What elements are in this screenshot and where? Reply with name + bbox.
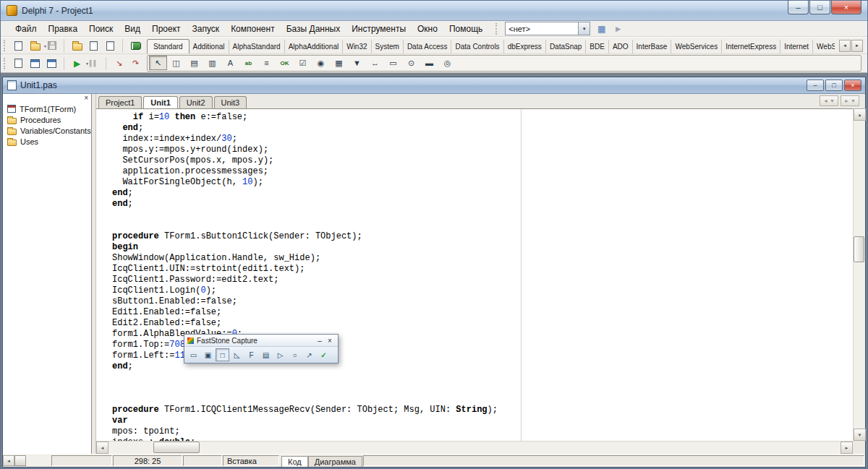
menu-search[interactable]: Поиск xyxy=(83,21,119,36)
vertical-scroll-thumb[interactable] xyxy=(854,236,864,262)
titlebar[interactable]: Delphi 7 - Project1 –□× xyxy=(1,1,867,21)
horizontal-scrollbar[interactable]: ◄ ► xyxy=(96,441,853,454)
run-button[interactable]: ▶▼ xyxy=(69,56,85,71)
menu-tools[interactable]: Инструменты xyxy=(346,21,412,36)
save-desktop-icon[interactable]: ▦ xyxy=(593,22,610,36)
menu-database[interactable]: Базы Данных xyxy=(281,21,346,36)
faststone-close-button[interactable]: × xyxy=(325,336,335,345)
save-file-button[interactable] xyxy=(43,38,60,53)
combobox-component[interactable]: ▼ xyxy=(348,56,366,70)
scroll-left-icon[interactable]: ◄ xyxy=(3,455,14,466)
scroll-left-icon[interactable]: ◄ xyxy=(96,442,109,454)
menu-window[interactable]: Окно xyxy=(412,21,443,36)
palette-tab-data-controls[interactable]: Data Controls xyxy=(451,40,503,53)
memo-component[interactable]: ≡ xyxy=(258,56,276,70)
magnifier-icon[interactable]: ○ xyxy=(288,348,302,361)
explorer-close-icon[interactable]: × xyxy=(84,95,88,102)
scroll-up-icon[interactable]: ▲ xyxy=(854,108,866,121)
combo-dropdown-icon[interactable]: ▼ xyxy=(578,22,590,35)
menu-component[interactable]: Компонент xyxy=(225,21,281,36)
palette-tab-additional[interactable]: Additional xyxy=(190,40,229,53)
popupmenu-component[interactable]: ▥ xyxy=(203,56,221,70)
editor-tab-unit2[interactable]: Unit2 xyxy=(179,96,213,108)
capture-window-icon[interactable]: ▣ xyxy=(201,348,215,361)
edit-component[interactable]: ab xyxy=(239,56,258,70)
menu-file[interactable]: Файл xyxy=(9,21,43,36)
palette-tab-internet[interactable]: Internet xyxy=(780,40,813,53)
help-contents-button[interactable] xyxy=(127,38,144,53)
menu-help[interactable]: Помощь xyxy=(443,21,488,36)
palette-tab-dbexpress[interactable]: dbExpress xyxy=(504,40,546,53)
browse-back-button[interactable]: ◄▼ xyxy=(820,95,838,106)
faststone-minimize-button[interactable]: – xyxy=(315,336,325,345)
menu-view[interactable]: Вид xyxy=(119,21,146,36)
browse-forward-button[interactable]: ►▼ xyxy=(841,95,859,106)
vertical-scroll-track[interactable] xyxy=(854,121,865,429)
palette-tab-win32[interactable]: Win32 xyxy=(343,40,371,53)
palette-tab-data-access[interactable]: Data Access xyxy=(404,40,452,53)
palette-tab-alphastandard[interactable]: AlphaStandard xyxy=(229,40,285,53)
button-component[interactable]: OK xyxy=(276,56,294,70)
palette-tab-websnap[interactable]: WebSnap xyxy=(813,40,835,53)
step-over-button[interactable]: ↷ xyxy=(127,56,144,71)
capture-rectangle-icon[interactable]: ▭ xyxy=(187,348,200,361)
scrollbar-component[interactable]: ↔ xyxy=(366,56,384,70)
frames-component[interactable]: ◫ xyxy=(167,56,185,70)
radiobutton-component[interactable]: ◉ xyxy=(312,56,330,70)
editor-maximize-button[interactable]: □ xyxy=(825,79,843,91)
editor-tab-unit1[interactable]: Unit1 xyxy=(143,96,178,108)
radiogroup-component[interactable]: ⊙ xyxy=(402,56,420,70)
faststone-titlebar[interactable]: FastStone Capture –× xyxy=(184,335,338,346)
editor-minimize-button[interactable]: – xyxy=(807,79,824,91)
actionlist-component[interactable]: ◎ xyxy=(438,56,456,70)
new-items-button[interactable] xyxy=(10,38,27,53)
editor-tab-unit3[interactable]: Unit3 xyxy=(214,96,247,108)
explorer-scroll-thumb[interactable] xyxy=(14,455,26,466)
explorer-hscrollbar[interactable]: ◄ xyxy=(3,455,51,466)
set-debug-desktop-icon[interactable]: ► xyxy=(610,22,626,36)
trace-into-button[interactable]: ↘ xyxy=(111,56,127,71)
open-file-button[interactable]: ▼ xyxy=(27,38,43,53)
maximize-button[interactable]: □ xyxy=(809,1,830,14)
view-forms-button[interactable] xyxy=(27,56,43,71)
checkbox-component[interactable]: ☑ xyxy=(294,56,312,70)
mainmenu-component[interactable]: ▤ xyxy=(185,56,203,70)
vertical-scrollbar[interactable]: ▲ ▼ xyxy=(853,108,865,441)
explorer-item[interactable]: TForm1(TForm) xyxy=(3,103,91,114)
capture-region-icon[interactable]: □ xyxy=(216,348,229,361)
scroll-right-icon[interactable]: ► xyxy=(841,442,853,454)
panel-component[interactable]: ▬ xyxy=(420,56,438,70)
menu-edit[interactable]: Правка xyxy=(43,21,84,36)
palette-tab-bde[interactable]: BDE xyxy=(586,40,609,53)
color-picker-icon[interactable]: ↗ xyxy=(302,348,316,361)
settings-icon[interactable]: ✓ xyxy=(317,348,331,361)
menu-project[interactable]: Проект xyxy=(146,21,187,36)
open-project-button[interactable] xyxy=(69,38,85,53)
explorer-item[interactable]: Variables/Constants xyxy=(3,125,91,136)
explorer-item[interactable]: Procedures xyxy=(3,114,91,125)
editor-titlebar[interactable]: Unit1.pas –□× xyxy=(3,77,865,94)
explorer-item[interactable]: Uses xyxy=(3,136,91,147)
remove-file-from-project-button[interactable] xyxy=(102,38,119,53)
close-button[interactable]: × xyxy=(831,1,861,14)
view-tab-diagram[interactable]: Диаграмма xyxy=(308,456,362,467)
capture-scrolling-icon[interactable]: ▤ xyxy=(259,348,273,361)
faststone-capture-window[interactable]: FastStone Capture –× ▭▣□◺F▤▷○↗✓ xyxy=(184,334,339,363)
code-area[interactable]: if i=10 then e:=false; end; index:=index… xyxy=(96,108,853,441)
capture-freehand-icon[interactable]: ◺ xyxy=(230,348,244,361)
editor-close-button[interactable]: × xyxy=(844,79,861,91)
palette-scroll-right-button[interactable]: ► xyxy=(851,40,863,52)
horizontal-scroll-track[interactable] xyxy=(109,442,841,454)
explorer-scroll-track[interactable] xyxy=(26,455,51,466)
pointer-tool[interactable]: ↖ xyxy=(149,56,167,70)
add-file-to-project-button[interactable] xyxy=(85,38,102,53)
minimize-button[interactable]: – xyxy=(788,1,809,14)
capture-fullscreen-icon[interactable]: F xyxy=(244,348,258,361)
palette-tab-interbase[interactable]: InterBase xyxy=(633,40,672,53)
editor-tab-project1[interactable]: Project1 xyxy=(98,96,142,108)
palette-tab-system[interactable]: System xyxy=(372,40,404,53)
desktop-layout-combo[interactable]: <нет> ▼ xyxy=(505,22,590,35)
groupbox-component[interactable]: ▭ xyxy=(384,56,402,70)
scroll-down-icon[interactable]: ▼ xyxy=(854,429,866,441)
palette-tab-internetexpress[interactable]: InternetExpress xyxy=(722,40,780,53)
